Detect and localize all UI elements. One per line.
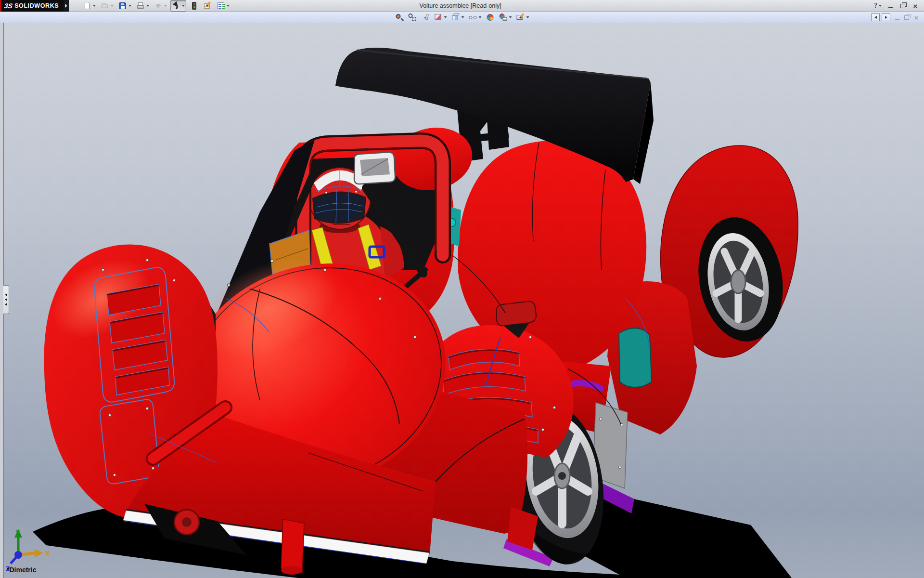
save-button[interactable] bbox=[117, 0, 133, 12]
display-style-icon bbox=[469, 13, 477, 22]
save-floppy-icon bbox=[118, 1, 127, 10]
view-orientation-label: *Dimetric bbox=[7, 566, 36, 574]
minimize-icon bbox=[895, 15, 899, 20]
undo-button bbox=[153, 0, 168, 12]
triangle-left-icon bbox=[874, 16, 877, 19]
svg-text:X: X bbox=[45, 550, 50, 557]
previous-view-icon bbox=[421, 13, 430, 22]
display-style-button[interactable] bbox=[467, 12, 483, 23]
close-button[interactable]: × bbox=[910, 1, 921, 11]
scene-ball-icon bbox=[499, 13, 508, 22]
appearance-ball-icon bbox=[486, 13, 495, 22]
window-title: Voiture assomblee [Read-only] bbox=[419, 0, 501, 12]
open-document-button bbox=[99, 0, 115, 12]
dropdown-arrow-icon[interactable] bbox=[146, 5, 149, 7]
main-toolbar bbox=[81, 0, 231, 12]
dropdown-arrow-icon[interactable] bbox=[164, 5, 167, 7]
3d-scene[interactable]: Y X Z bbox=[0, 23, 924, 578]
collapse-left-panel-button[interactable] bbox=[871, 13, 880, 21]
air-intake-box bbox=[354, 152, 395, 184]
open-folder-icon bbox=[101, 1, 109, 10]
dropdown-arrow-icon[interactable] bbox=[111, 5, 114, 7]
options-list-icon bbox=[217, 1, 225, 10]
minimize-button[interactable] bbox=[885, 1, 896, 11]
expand-right-panel-button[interactable] bbox=[882, 13, 890, 21]
ds-logo-icon: 3S bbox=[4, 2, 13, 10]
solidworks-window: 3S SOLIDWORKS bbox=[0, 0, 924, 578]
dropdown-arrow-icon[interactable] bbox=[93, 5, 96, 7]
restore-icon bbox=[900, 4, 905, 8]
view-cube-icon bbox=[451, 13, 460, 22]
previous-view-button[interactable] bbox=[420, 12, 431, 23]
note-pencil-icon bbox=[203, 1, 212, 10]
title-bar: 3S SOLIDWORKS bbox=[0, 0, 924, 12]
feature-manager-collapsed-tab[interactable] bbox=[3, 285, 9, 314]
dropdown-arrow-icon[interactable] bbox=[509, 16, 512, 18]
triangle-right-icon bbox=[885, 16, 887, 19]
rebuild-button[interactable] bbox=[188, 0, 200, 12]
solidworks-logo: 3S SOLIDWORKS bbox=[0, 0, 64, 12]
view-settings-icon bbox=[516, 13, 525, 22]
undo-arrow-icon bbox=[154, 1, 163, 10]
select-button[interactable] bbox=[170, 0, 186, 12]
collapse-arrow-icon bbox=[5, 298, 7, 301]
zoom-to-area-button[interactable] bbox=[407, 12, 418, 23]
menu-strip: × bbox=[0, 12, 924, 23]
zoom-area-icon bbox=[408, 13, 417, 22]
view-settings-button[interactable] bbox=[515, 12, 531, 23]
minimize-icon bbox=[888, 4, 893, 8]
doc-restore-button[interactable] bbox=[902, 13, 911, 21]
logo-text: SOLIDWORKS bbox=[14, 2, 59, 9]
apply-scene-button[interactable] bbox=[498, 12, 513, 23]
dropdown-arrow-icon[interactable] bbox=[479, 16, 482, 18]
collapse-arrow-icon bbox=[5, 303, 7, 306]
flyout-arrow-icon bbox=[65, 4, 67, 8]
help-dropdown-icon[interactable] bbox=[879, 5, 882, 7]
new-document-button[interactable] bbox=[81, 0, 97, 12]
zoom-to-fit-button[interactable] bbox=[394, 12, 405, 23]
heads-up-view-toolbar bbox=[394, 12, 531, 23]
document-window-controls: × bbox=[871, 12, 921, 23]
close-icon: × bbox=[913, 2, 918, 10]
dropdown-arrow-icon[interactable] bbox=[182, 5, 185, 7]
dropdown-arrow-icon[interactable] bbox=[526, 16, 529, 18]
dropdown-arrow-icon[interactable] bbox=[227, 5, 230, 7]
window-controls: ? × bbox=[872, 0, 921, 12]
graphics-viewport[interactable]: Y X Z *Dimetric bbox=[0, 23, 924, 578]
printer-icon bbox=[136, 1, 145, 10]
restore-icon bbox=[904, 15, 909, 20]
doc-close-button[interactable]: × bbox=[911, 13, 921, 21]
svg-text:Y: Y bbox=[15, 528, 20, 536]
traffic-light-icon bbox=[190, 1, 198, 10]
restore-button[interactable] bbox=[897, 1, 909, 11]
help-button[interactable]: ? bbox=[872, 2, 884, 10]
doc-minimize-button[interactable] bbox=[892, 13, 902, 21]
view-orientation-button[interactable] bbox=[450, 12, 466, 23]
new-doc-icon bbox=[83, 1, 91, 10]
menu-flyout-button[interactable] bbox=[64, 0, 69, 12]
dropdown-arrow-icon[interactable] bbox=[462, 16, 464, 18]
section-view-button[interactable] bbox=[433, 12, 449, 23]
zoom-fit-icon bbox=[395, 13, 404, 22]
options-button[interactable] bbox=[215, 0, 231, 12]
close-icon: × bbox=[914, 14, 919, 21]
collapse-arrow-icon bbox=[5, 293, 7, 296]
section-view-icon bbox=[434, 13, 443, 22]
dropdown-arrow-icon[interactable] bbox=[128, 5, 131, 7]
edit-appearance-button[interactable] bbox=[485, 12, 496, 23]
print-button[interactable] bbox=[135, 0, 151, 12]
dropdown-arrow-icon[interactable] bbox=[444, 16, 447, 18]
select-cursor-icon bbox=[172, 1, 180, 10]
edit-component-button[interactable] bbox=[202, 0, 213, 12]
